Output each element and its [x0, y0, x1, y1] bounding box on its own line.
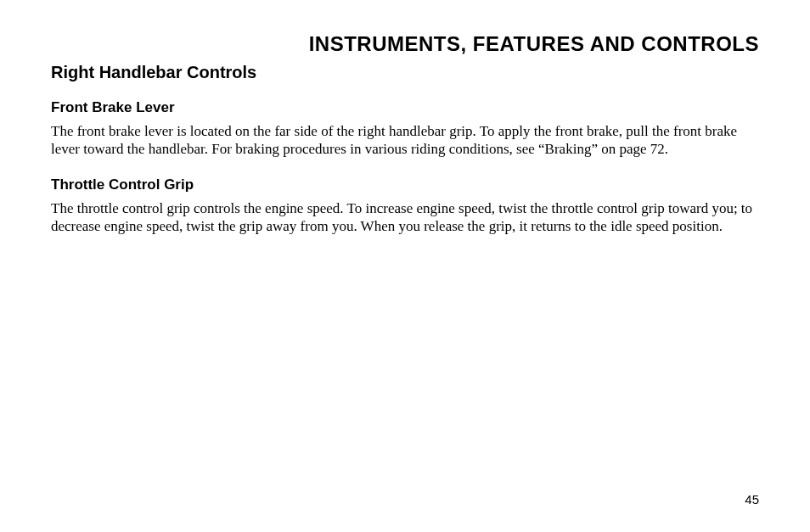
subsection-heading-front-brake: Front Brake Lever: [51, 99, 759, 116]
subsection-heading-throttle: Throttle Control Grip: [51, 176, 759, 193]
page-number: 45: [745, 492, 759, 507]
body-text-front-brake: The front brake lever is located on the …: [51, 123, 759, 158]
section-heading: Right Handlebar Controls: [51, 63, 759, 82]
body-text-throttle: The throttle control grip controls the e…: [51, 200, 759, 235]
page-title: INSTRUMENTS, FEATURES AND CONTROLS: [51, 32, 759, 56]
